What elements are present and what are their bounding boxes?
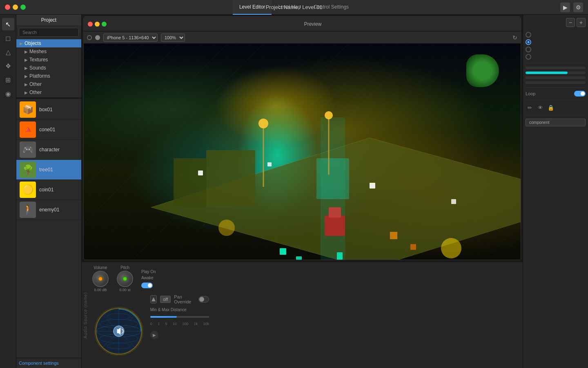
center-area: Preview iPhone 5 - 1136×640 100% ↻ [82,15,523,368]
minimize-button[interactable] [13,4,18,10]
enemy01-thumb: 🚶 [20,202,36,218]
pan-override-label: Pan Override [174,294,195,304]
object-item-coin01[interactable]: 🟡 coin01 [16,180,81,200]
loop-toggle[interactable] [574,91,586,96]
tree-sounds[interactable]: ▶ Sounds [16,64,81,72]
object-item-box01[interactable]: 📦 box01 [16,100,81,120]
pan-distance-controls: off Pan Override Min & Max Distance [150,294,209,339]
device-select[interactable]: iPhone 5 - 1136×640 [103,34,158,42]
component-button[interactable]: component [526,119,586,126]
volume-knob[interactable] [92,271,109,287]
display-mode-circle[interactable] [87,35,92,40]
close-button[interactable] [5,4,10,10]
minus-button[interactable]: − [566,18,575,27]
tree-meshes[interactable]: ▶ Meshes [16,47,81,56]
slider-1[interactable] [526,67,586,69]
object-item-enemy01[interactable]: 🚶 enemy01 [16,200,81,220]
slider-2[interactable] [526,72,586,74]
svg-point-6 [258,119,268,128]
globe-tool-icon[interactable]: ◉ [2,88,14,100]
scene-container [84,44,521,260]
play-button[interactable]: ▶ [560,2,570,12]
box01-thumb: 📦 [20,101,36,118]
audio-playback-row: ▶ [150,331,209,339]
lock-icon[interactable]: 🔒 [547,103,555,112]
audio-controls-row: Volume 0.00 dB Pitch [92,265,209,292]
preview-canvas[interactable] [84,44,521,260]
loop-label: Loop [526,91,535,96]
component-settings-tab[interactable]: Component settings [16,358,81,368]
cone01-label: cone01 [39,127,55,132]
settings-button[interactable]: ⚙ [573,2,583,12]
preview-close[interactable] [88,22,93,27]
tree-platforms[interactable]: ▶ Platforms [16,72,81,80]
cursor-tool-icon[interactable]: ↖ [2,18,14,30]
separator-1 [526,63,586,63]
grid-tool-icon[interactable]: ⊞ [2,74,14,86]
tree-other1[interactable]: ▶ Other [16,80,81,88]
plus-button[interactable]: + [577,18,586,27]
search-input[interactable] [19,28,79,37]
refresh-icon[interactable]: ↻ [512,34,517,41]
distance-slider-container [150,314,209,320]
preview-traffic-lights [88,22,107,27]
preview-minimize[interactable] [95,22,100,27]
svg-rect-12 [451,199,456,204]
pan-icon-btn[interactable] [150,295,157,303]
svg-rect-10 [267,162,272,166]
svg-rect-1 [174,158,206,207]
slider-2-fill [526,72,568,74]
edit-icon[interactable]: ✏ [526,103,534,112]
radio-1[interactable] [526,32,531,38]
maximize-button[interactable] [20,4,26,10]
slider-4[interactable] [526,81,586,84]
radio-2[interactable] [526,39,531,45]
radio-3[interactable] [526,47,531,52]
dist-0: 0 [150,322,152,326]
right-sliders [526,67,586,84]
right-panel: − + [523,15,588,368]
shapes-tool-icon[interactable]: ❖ [2,60,14,72]
cone01-thumb: 🔺 [20,121,36,138]
character-thumb: 🎮 [20,141,36,158]
tree-objects[interactable]: ▶ Objects [16,39,81,47]
distance-slider[interactable] [150,316,209,318]
play-on-label: Play On [141,269,156,274]
object-list: 📦 box01 🔺 cone01 🎮 character 🌳 tree01 🟡 … [16,100,81,358]
svg-point-8 [325,111,333,119]
loop-row: Loop [526,91,586,96]
project-panel: Project ▶ Objects ▶ Meshes ▶ Textures ▶ … [16,15,82,368]
audio-play-button[interactable]: ▶ [150,331,158,339]
pan-override-row: off Pan Override [150,294,209,304]
awake-toggle[interactable] [141,283,153,288]
pan-override-toggle[interactable] [198,296,209,303]
dist-1: 1 [158,322,160,326]
box-tool-icon[interactable]: ◻ [2,32,14,44]
zoom-select[interactable]: 100% [161,34,185,42]
tree-other2[interactable]: ▶ Other [16,88,81,96]
object-item-tree01[interactable]: 🌳 tree01 [16,160,81,180]
coin01-label: coin01 [39,187,53,193]
radio-row-1 [526,32,586,38]
radio-row-3 [526,47,586,52]
triangle-tool-icon[interactable]: △ [2,46,14,58]
slider-3[interactable] [526,76,586,79]
plus-minus-row: − + [526,18,586,27]
pitch-knob[interactable] [117,271,133,287]
tree-textures[interactable]: ▶ Textures [16,56,81,64]
pitch-label: Pitch [120,265,129,270]
preview-maximize[interactable] [102,22,107,27]
object-item-character[interactable]: 🎮 character [16,140,81,160]
panel-title: Project [16,15,81,25]
dist-10: 10 [173,322,177,326]
display-mode-filled[interactable] [95,35,100,40]
slider-3-fill [526,76,537,79]
radio-4[interactable] [526,54,531,60]
preview-titlebar: Preview [84,17,521,31]
pitch-knob-indicator [123,277,127,280]
preview-toolbar: iPhone 5 - 1136×640 100% ↻ [84,31,521,44]
svg-rect-22 [390,232,397,239]
visibility-icon[interactable]: 👁 [536,103,544,112]
dist-10k: 10k [203,322,209,326]
object-item-cone01[interactable]: 🔺 cone01 [16,120,81,140]
